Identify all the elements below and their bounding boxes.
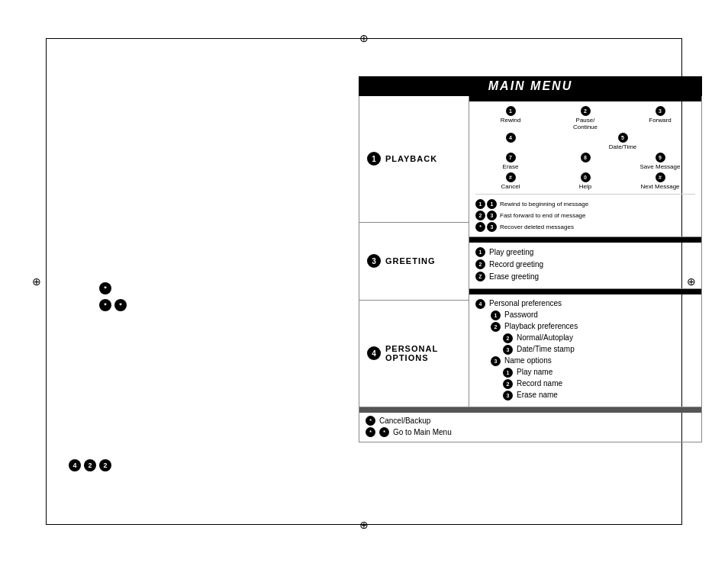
- legend-key-2a: 2: [475, 211, 485, 220]
- key-1: 1: [506, 106, 516, 116]
- key-2: 2: [581, 106, 591, 116]
- personal-options-menu-item: 4 PERSONAL OPTIONS: [359, 301, 469, 407]
- personal-playname-label: Play name: [517, 368, 552, 376]
- key-5-item: 5 Date/Time: [550, 133, 695, 150]
- bottom-item-cancel: * Cancel/Backup: [366, 416, 695, 426]
- legend-row-1: 1 1 Rewind to beginning of message: [475, 199, 695, 209]
- key-5: 5: [618, 133, 628, 143]
- key-9: 9: [656, 153, 665, 162]
- greeting-item-3: Z Erase greeting: [475, 272, 695, 282]
- personal-key-1: 1: [491, 310, 501, 320]
- key-7-item: 7 Erase: [475, 153, 546, 170]
- personal-pref-label: Personal preferences: [489, 299, 562, 307]
- personal-subsub-recordname: 2 Record name: [475, 379, 695, 389]
- key-9-label: Save Message: [640, 163, 681, 170]
- bottom-panel: * Cancel/Backup * * Go to Main Menu: [359, 407, 702, 442]
- key-7: 7: [506, 153, 516, 162]
- indicator-star-star: * *: [99, 299, 127, 311]
- greeting-key-z: Z: [475, 272, 485, 282]
- key-3-item: 3 Forward: [625, 106, 695, 130]
- personal-sub-key-2: 2: [503, 333, 513, 343]
- greeting-key: 3: [367, 254, 381, 268]
- bottom-left-indicator: 4 2 2: [69, 459, 111, 471]
- personal-subsub-erasename: 3 Erase name: [475, 391, 695, 401]
- key-hash-item: # Next Message: [625, 172, 695, 190]
- playback-panel: 1 Rewind 2 Pause/Continue 3 Forward: [469, 96, 702, 237]
- personal-key-3: 3: [491, 356, 501, 366]
- greeting-item-1: 1 Play greeting: [475, 247, 695, 257]
- bottom-key-star-1: *: [366, 427, 375, 437]
- greeting-label: GREETING: [385, 256, 435, 265]
- key-8: 8: [581, 153, 591, 162]
- bottom-key-star-2: *: [379, 427, 389, 437]
- left-indicators: * * *: [99, 282, 127, 316]
- bottom-item-main-menu: * * Go to Main Menu: [366, 427, 695, 437]
- legend-keys-3: * 3: [475, 222, 497, 232]
- legend-row-2: 2 3 Fast forward to end of message: [475, 211, 695, 220]
- bottom-cancel-label: Cancel/Backup: [379, 417, 430, 425]
- legend-key-1b: 1: [487, 199, 497, 209]
- key-2-item: 2 Pause/Continue: [550, 106, 620, 130]
- playback-label: PLAYBACK: [385, 154, 437, 163]
- personal-normal-label: Normal/Autoplay: [517, 333, 573, 342]
- reg-mark-top: ⊕: [359, 32, 369, 44]
- bottom-bar: [359, 407, 701, 413]
- bottom-key-star: *: [366, 416, 375, 426]
- legend-keys-2: 2 3: [475, 211, 497, 220]
- indicator-star: *: [99, 282, 127, 294]
- greeting-key-1: 1: [475, 247, 485, 257]
- playback-menu-item: 1 PLAYBACK: [359, 96, 469, 223]
- personal-sub-password: 1 Password: [475, 310, 695, 320]
- greeting-label-3: Erase greeting: [489, 272, 539, 281]
- personal-erasename-label: Erase name: [517, 391, 558, 399]
- key-star-item: # Cancel: [475, 172, 546, 190]
- greeting-label-2: Record greeting: [489, 260, 543, 269]
- menu-body: 1 PLAYBACK 3 GREETING 4 PERSONAL OPTIONS: [359, 96, 702, 407]
- key-star-label: Cancel: [501, 183, 520, 190]
- legend-key-3a: *: [475, 222, 485, 232]
- legend-keys-1: 1 1: [475, 199, 497, 209]
- playback-legend: 1 1 Rewind to beginning of message 2 3 F…: [475, 194, 695, 232]
- reg-mark-bottom: ⊕: [359, 519, 369, 531]
- key-0-item: 0 Help: [550, 172, 620, 190]
- greeting-header-bar: [469, 237, 701, 243]
- legend-text-2: Fast forward to end of message: [500, 212, 586, 219]
- personal-recordname-label: Record name: [517, 379, 562, 388]
- personal-datetime-label: Date/Time stamp: [517, 345, 575, 353]
- legend-row-3: * 3 Recover deleted messages: [475, 222, 695, 232]
- greeting-item-2: 2 Record greeting: [475, 259, 695, 269]
- key-9-item: 9 Save Message: [625, 153, 695, 170]
- key-hash-label: Next Message: [640, 183, 679, 190]
- key-1-label: Rewind: [501, 117, 521, 124]
- personal-pref-item: 4 Personal preferences: [475, 299, 695, 309]
- bottom-key-2b: 2: [99, 459, 111, 471]
- legend-key-2b: 3: [487, 211, 497, 220]
- personal-subsub-normal: 2 Normal/Autoplay: [475, 333, 695, 343]
- greeting-menu-item: 3 GREETING: [359, 223, 469, 301]
- key-4: 4: [506, 133, 516, 143]
- page-border-left: [46, 38, 47, 525]
- key-5-label: Date/Time: [609, 143, 637, 150]
- playback-key-grid: 1 Rewind 2 Pause/Continue 3 Forward: [475, 106, 695, 190]
- personal-name-label: Name options: [504, 356, 552, 365]
- legend-text-3: Recover deleted messages: [500, 224, 574, 230]
- bottom-panel-content: * Cancel/Backup * * Go to Main Menu: [359, 413, 701, 442]
- personal-password-label: Password: [504, 310, 538, 319]
- personal-options-panel: 4 Personal preferences 1 Password 2 Play…: [469, 289, 702, 407]
- star-key-2b: *: [114, 299, 127, 311]
- key-0-label: Help: [579, 183, 591, 190]
- personal-name-key-1: 1: [503, 368, 513, 378]
- personal-key-4: 4: [475, 299, 485, 309]
- main-menu-header: MAIN MENU: [359, 76, 702, 96]
- star-key-1: *: [99, 282, 111, 294]
- legend-key-1a: 1: [475, 199, 485, 209]
- greeting-panel: 1 Play greeting 2 Record greeting Z Eras…: [469, 237, 702, 289]
- key-4-item: 4: [475, 133, 546, 150]
- key-3-label: Forward: [649, 117, 671, 124]
- right-column: 1 Rewind 2 Pause/Continue 3 Forward: [469, 96, 702, 407]
- left-column: 1 PLAYBACK 3 GREETING 4 PERSONAL OPTIONS: [359, 96, 469, 407]
- personal-name-key-3: 3: [503, 391, 513, 401]
- personal-subsub-playname: 1 Play name: [475, 368, 695, 378]
- playback-key: 1: [367, 152, 381, 166]
- key-1-item: 1 Rewind: [475, 106, 546, 130]
